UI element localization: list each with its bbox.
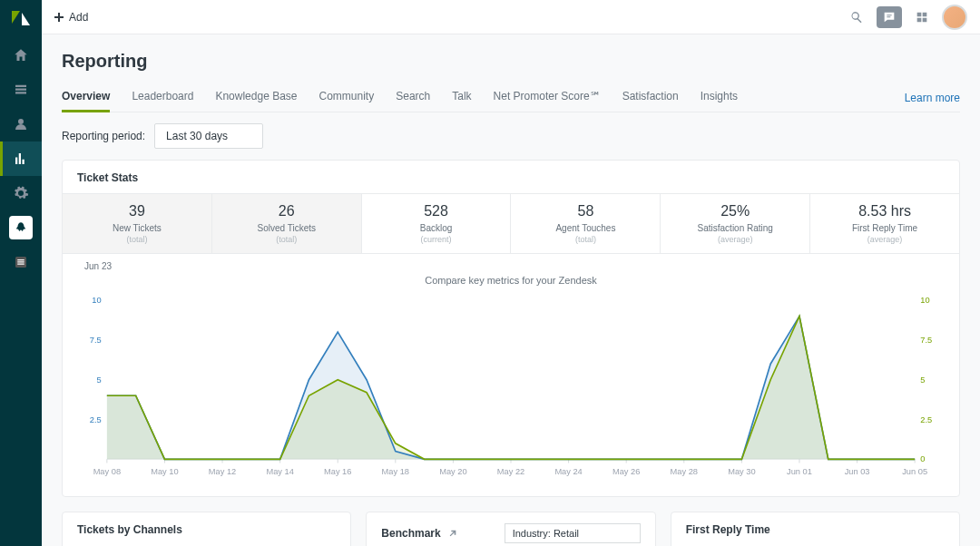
svg-text:Jun 01: Jun 01	[787, 467, 812, 476]
channels-card: Tickets by Channels	[62, 512, 351, 546]
svg-text:May 18: May 18	[382, 467, 409, 476]
svg-text:7.5: 7.5	[90, 336, 102, 345]
stat-satisfaction[interactable]: 25% Satisfaction Rating (average)	[661, 194, 810, 253]
tab-leaderboard[interactable]: Leaderboard	[132, 84, 193, 112]
chart-title: Compare key metrics for your Zendesk	[63, 271, 959, 293]
side-rail	[0, 0, 42, 546]
page-title: Reporting	[62, 51, 960, 72]
benchmark-card: Benchmark Industry: Retail	[366, 512, 655, 546]
nav-app-rocket[interactable]	[0, 210, 42, 245]
svg-text:May 28: May 28	[671, 467, 698, 476]
tab-satisfaction[interactable]: Satisfaction	[622, 84, 679, 112]
svg-text:Jun 05: Jun 05	[902, 467, 927, 476]
frt-title: First Reply Time	[686, 523, 770, 536]
top-bar: Add	[42, 0, 980, 34]
period-label: Reporting period:	[62, 130, 145, 142]
svg-text:May 30: May 30	[728, 467, 755, 476]
tabs-row: Overview Leaderboard Knowledge Base Comm…	[62, 84, 960, 112]
stat-solved-tickets[interactable]: 26 Solved Tickets (total)	[212, 194, 362, 253]
tab-nps[interactable]: Net Promoter Score℠	[494, 84, 601, 112]
ticket-stats-card: Ticket Stats 39 New Tickets (total) 26 S…	[62, 160, 960, 497]
nav-app-list[interactable]	[0, 245, 42, 279]
tab-insights[interactable]: Insights	[701, 84, 738, 112]
stat-backlog[interactable]: 528 Backlog (current)	[362, 194, 512, 253]
tab-search[interactable]: Search	[396, 84, 430, 112]
stat-agent-touches[interactable]: 58 Agent Touches (total)	[511, 194, 661, 253]
ticket-stats-title: Ticket Stats	[63, 161, 959, 193]
metrics-chart: 2.557.51002.557.510May 08May 10May 12May…	[81, 293, 941, 483]
nav-users[interactable]	[0, 107, 42, 141]
svg-text:0: 0	[920, 454, 925, 463]
svg-text:May 26: May 26	[612, 467, 640, 476]
svg-text:10: 10	[92, 296, 101, 305]
svg-text:5: 5	[920, 375, 925, 385]
svg-text:May 22: May 22	[497, 467, 524, 476]
svg-text:Jun 03: Jun 03	[845, 467, 870, 476]
svg-text:May 16: May 16	[324, 467, 351, 476]
svg-text:May 10: May 10	[151, 467, 178, 476]
svg-text:May 24: May 24	[554, 467, 582, 476]
nav-settings[interactable]	[0, 176, 42, 210]
svg-text:2.5: 2.5	[90, 415, 102, 424]
search-icon[interactable]	[846, 6, 867, 28]
tab-overview[interactable]: Overview	[62, 84, 110, 112]
avatar[interactable]	[942, 5, 967, 30]
apps-icon[interactable]	[911, 6, 933, 28]
svg-text:2.5: 2.5	[920, 415, 932, 424]
chat-icon[interactable]	[877, 6, 902, 28]
external-link-icon	[448, 529, 457, 538]
tab-community[interactable]: Community	[319, 84, 375, 112]
period-select[interactable]: Last 30 days	[154, 123, 263, 149]
add-button[interactable]: Add	[54, 11, 88, 24]
svg-text:5: 5	[97, 375, 102, 385]
industry-select[interactable]: Industry: Retail	[505, 523, 641, 543]
svg-text:May 12: May 12	[209, 467, 236, 476]
svg-text:7.5: 7.5	[920, 336, 932, 345]
add-label: Add	[69, 11, 88, 24]
benchmark-title: Benchmark	[381, 527, 440, 540]
svg-text:May 14: May 14	[266, 467, 293, 476]
channels-title: Tickets by Channels	[77, 523, 182, 536]
chart-date: Jun 23	[63, 254, 959, 271]
svg-text:10: 10	[920, 296, 929, 305]
svg-text:May 20: May 20	[439, 467, 466, 476]
tab-talk[interactable]: Talk	[452, 84, 471, 112]
logo	[10, 7, 32, 29]
svg-text:May 08: May 08	[93, 467, 121, 476]
stat-new-tickets[interactable]: 39 New Tickets (total)	[63, 194, 212, 253]
nav-tickets[interactable]	[0, 73, 42, 107]
frt-card: First Reply Time	[671, 512, 960, 546]
learn-more-link[interactable]: Learn more	[905, 92, 960, 104]
tab-knowledge-base[interactable]: Knowledge Base	[215, 84, 297, 112]
nav-reporting[interactable]	[0, 141, 42, 176]
nav-home[interactable]	[0, 38, 42, 73]
stat-first-reply[interactable]: 8.53 hrs First Reply Time (average)	[810, 194, 959, 253]
